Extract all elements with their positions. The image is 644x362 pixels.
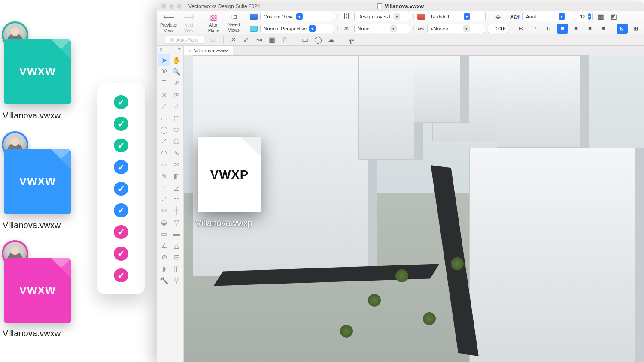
auto-plane-toggle[interactable]: Auto-Plane — [165, 36, 204, 44]
rounded-rect-tool[interactable]: ▢ — [170, 112, 182, 124]
visibility-icon[interactable]: 👓 — [417, 25, 425, 32]
rotation-field[interactable]: 0.00° — [488, 24, 508, 33]
next-view-button[interactable]: ⟶ Next View — [180, 11, 197, 34]
layers-icon[interactable]: 🗄 — [341, 12, 352, 22]
perspective-dropdown[interactable]: Normal Perspective ▾ — [260, 24, 334, 33]
polygon-tool[interactable]: ⬠ — [170, 136, 182, 147]
project-file-card: VWXP — [198, 137, 261, 212]
text-size-icon[interactable]: Aa▾ — [510, 13, 520, 20]
align-center-button[interactable]: ≡ — [571, 24, 582, 34]
layer-dropdown[interactable]: Design Layer-1 ▾ — [354, 12, 410, 21]
split-tool[interactable]: ✂ — [170, 159, 182, 170]
window-controls[interactable] — [157, 4, 186, 9]
double-line-tool[interactable]: 〃 — [170, 101, 182, 112]
font-size-dropdown[interactable]: 12 ▾ — [577, 12, 593, 21]
arc-tool[interactable]: ◠ — [158, 147, 170, 158]
classes-icon[interactable]: ✶ — [341, 24, 352, 34]
snap-icon[interactable]: ◩ — [608, 12, 619, 22]
section-tool[interactable]: ⊟ — [170, 251, 182, 262]
chevron-down-icon: ▾ — [390, 25, 397, 32]
check-item — [114, 203, 128, 217]
triangle-tool[interactable]: △ — [170, 240, 182, 251]
snap-edge-icon[interactable]: ↝ — [255, 36, 264, 44]
guides-button[interactable]: ⊞ — [630, 24, 641, 34]
eyedropper-tool[interactable]: ✎ — [158, 170, 170, 181]
align-left-button[interactable]: ≡ — [557, 24, 568, 34]
flyover-tool[interactable]: 👁 — [158, 66, 170, 77]
align-justify-button[interactable]: ≡ — [598, 24, 609, 34]
font-dropdown[interactable]: Arial ▾ — [522, 12, 574, 21]
check-item — [114, 117, 128, 130]
snap-points-icon[interactable]: ⤢ — [242, 36, 251, 44]
selection-tool[interactable]: ➤ — [158, 54, 170, 66]
text-tool[interactable]: T — [158, 78, 170, 89]
push-pull-tool[interactable]: ◳ — [170, 89, 182, 100]
chevron-down-icon: ▾ — [309, 25, 316, 32]
working-plane-icon[interactable]: ⬙ — [493, 12, 503, 22]
shape-rect-icon[interactable]: ▭ — [301, 36, 310, 44]
slab-tool[interactable]: ▬ — [170, 228, 182, 239]
fillet-tool[interactable]: ◜ — [158, 182, 170, 193]
underline-button[interactable]: U — [543, 24, 554, 34]
snap-loci-icon[interactable]: ✕ — [229, 36, 238, 44]
pan-tool[interactable]: ✋ — [170, 54, 182, 66]
plane-preview-icon[interactable]: ▱ — [208, 35, 218, 45]
wall-tool[interactable]: ▭ — [158, 228, 170, 239]
render-engine-icon[interactable] — [417, 14, 425, 20]
class-dropdown[interactable]: None ▾ — [354, 24, 410, 33]
render-dropdown[interactable]: Redshift ▾ — [428, 12, 486, 21]
scissors-tool[interactable]: ✄ — [158, 205, 170, 216]
taper-tool[interactable]: ▽ — [170, 217, 182, 228]
offset-tool[interactable]: ⫽ — [158, 193, 170, 205]
zoom-tool[interactable]: 🔍 — [170, 66, 182, 77]
no-entry-tool[interactable]: ⊘ — [158, 251, 170, 262]
italic-button[interactable]: I — [529, 24, 541, 34]
view-dropdown[interactable]: Custom View ▾ — [260, 12, 334, 21]
connect-tool[interactable]: ⫘ — [170, 193, 182, 205]
previous-view-button[interactable]: ⟵ Previous View — [160, 11, 177, 34]
document-tab-label: Villanova.vwxw — [194, 48, 228, 53]
visibility-dropdown[interactable]: <None> ▾ — [427, 24, 485, 33]
bold-button[interactable]: B — [516, 24, 527, 34]
close-tab-icon[interactable]: × — [189, 48, 191, 53]
protractor-tool[interactable]: ◗ — [158, 263, 170, 274]
angle-tool[interactable]: ∠ — [158, 240, 170, 251]
wall-join-icon[interactable]: ╦ — [346, 36, 356, 44]
hammer-tool[interactable]: 🔨 — [158, 275, 170, 286]
document-tab[interactable]: × Villanova.vwxw — [184, 46, 233, 55]
polyline-tool[interactable]: ⟋ — [158, 136, 170, 147]
snap-grid-icon[interactable]: ▦ — [267, 36, 277, 44]
file-card-3: VWXW — [4, 258, 71, 323]
shape-bubble-icon[interactable]: ◯ — [313, 36, 323, 44]
ellipse-tool[interactable]: ⬭ — [170, 124, 182, 135]
clip-tool[interactable]: ◒ — [158, 217, 170, 228]
shape-cloud-icon[interactable]: ☁ — [326, 36, 336, 44]
saved-views-button[interactable]: 🗂 Saved Views — [225, 11, 243, 34]
reshape-tool[interactable]: ▱ — [158, 159, 170, 170]
callout-tool[interactable]: ✐ — [170, 78, 182, 89]
circle-tool[interactable]: ◯ — [158, 124, 170, 135]
grid-icon[interactable]: ▦ — [595, 12, 606, 22]
chevron-down-icon: ▾ — [463, 25, 470, 32]
rectangle-tool[interactable]: ▭ — [158, 112, 170, 124]
check-item — [114, 95, 128, 109]
file-ext-1: VWXW — [19, 66, 56, 78]
trim-tool[interactable]: ┼ — [170, 205, 182, 216]
palette-menu-icon[interactable]: ≡ — [178, 47, 181, 53]
snap-angle-icon[interactable]: ⧉ — [280, 36, 290, 44]
freehand-tool[interactable]: ∿ — [170, 147, 182, 158]
3d-viewport[interactable]: VWXP Villanova.vwxp — [184, 55, 644, 362]
line-tool[interactable]: ／ — [158, 101, 170, 112]
stake-tool[interactable]: ⚲ — [170, 275, 182, 286]
tape-tool[interactable]: ◫ — [170, 263, 182, 274]
mirror-tool[interactable]: ✕ — [158, 89, 170, 100]
chamfer-tool[interactable]: ◿ — [170, 182, 182, 193]
align-plane-button[interactable]: ▧ Align Plane — [205, 11, 222, 34]
projection-icon[interactable] — [250, 26, 258, 32]
ruler-button[interactable]: ⊾ — [617, 24, 628, 34]
attribute-tool[interactable]: ◧ — [170, 170, 182, 181]
palette-close-icon[interactable]: × — [160, 47, 163, 53]
file-name-2: Villanova.vwxw — [3, 220, 61, 230]
view-mode-icon[interactable] — [250, 14, 258, 20]
align-right-button[interactable]: ≡ — [584, 24, 595, 34]
